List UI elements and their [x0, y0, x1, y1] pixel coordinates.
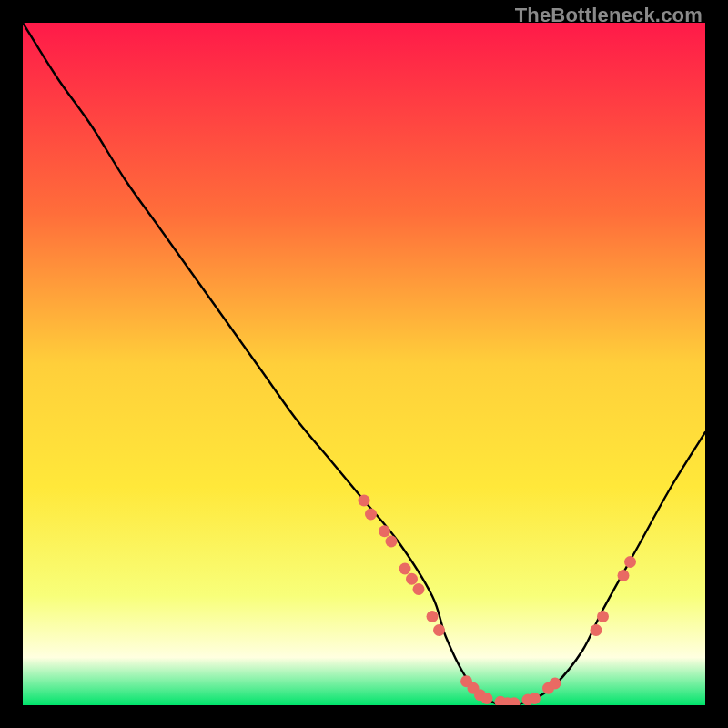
marker-dot — [365, 509, 377, 521]
marker-dot — [591, 624, 602, 636]
watermark-text: TheBottleneck.com — [515, 4, 703, 27]
marker-dot — [529, 693, 541, 704]
marker-dot — [386, 536, 398, 548]
marker-dot — [481, 693, 493, 704]
plot-frame — [23, 23, 705, 705]
marker-dot — [550, 678, 561, 690]
marker-dot — [359, 495, 370, 507]
chart-canvas — [23, 23, 705, 705]
marker-dot — [413, 583, 425, 595]
marker-dot — [597, 611, 609, 622]
marker-dot — [618, 570, 630, 581]
marker-dot — [406, 573, 418, 585]
marker-dot — [433, 624, 445, 636]
marker-dot — [399, 563, 411, 575]
gradient-background — [23, 23, 705, 705]
marker-dot — [624, 556, 636, 568]
marker-dot — [427, 611, 439, 622]
marker-dot — [379, 525, 390, 537]
